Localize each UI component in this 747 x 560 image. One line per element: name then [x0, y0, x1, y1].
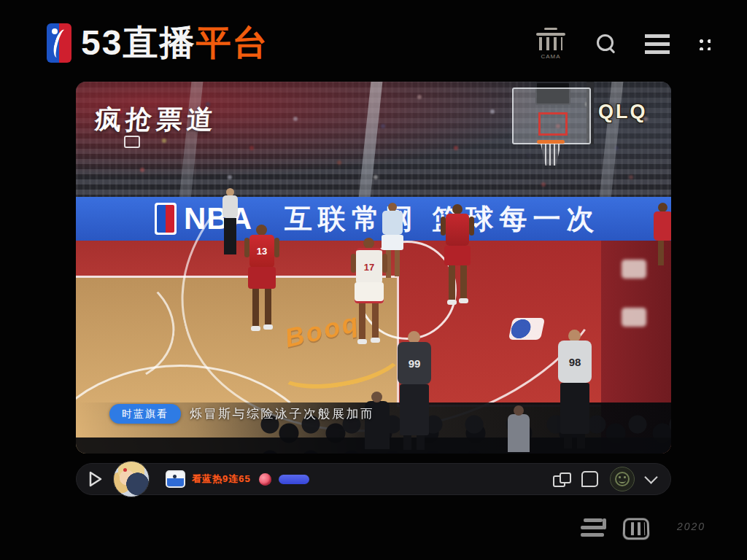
- player-jersey: 17: [356, 248, 382, 284]
- player-leg: [395, 250, 400, 276]
- arena-columns: [539, 37, 562, 50]
- nba-logo: [47, 23, 71, 63]
- player-leg: [577, 434, 585, 448]
- playlist-bar: [584, 518, 603, 522]
- caption-text: 烁冒斯与综险泳子次般展加而: [190, 405, 375, 422]
- arena-roof-peak: [544, 28, 557, 30]
- stream-watermark: 疯抢票道: [93, 102, 218, 138]
- player-jersey: [654, 211, 671, 241]
- player-leg: [564, 434, 572, 448]
- emoji-face: [615, 472, 630, 486]
- player-leg: [372, 303, 379, 338]
- user-avatar[interactable]: [113, 461, 150, 497]
- playlist-bar: [581, 533, 604, 537]
- player-leg: [252, 289, 259, 327]
- page-title: 53直播平台: [81, 26, 268, 61]
- official-pants: [560, 383, 589, 434]
- tv-badge-icon: [166, 470, 185, 488]
- crowd-speckles: [76, 82, 77, 83]
- app-window: 53直播平台 CAMA NBA 互联常网 篮球每一次: [0, 0, 747, 560]
- jersey-number: 17: [364, 262, 374, 273]
- player-jersey: [446, 214, 469, 246]
- arena-caption: CAMA: [534, 53, 568, 60]
- jersey-number: 99: [409, 357, 421, 370]
- playlist-icon[interactable]: [579, 518, 607, 540]
- header-nav: CAMA: [534, 23, 711, 64]
- header-brand[interactable]: 53直播平台: [47, 22, 268, 64]
- playlist-bar: [581, 526, 604, 529]
- chat-message-user: 看蓝热9连65: [192, 472, 251, 486]
- player-leg: [460, 265, 467, 299]
- jersey-number: 98: [569, 356, 581, 368]
- tv-grid-icon[interactable]: [622, 518, 649, 540]
- emoji-icon[interactable]: [610, 467, 635, 491]
- player-leg: [265, 289, 271, 325]
- courtside-person: [508, 414, 530, 452]
- berry-emote-icon: [259, 473, 271, 486]
- title-orange: 平台: [196, 23, 268, 62]
- player-leg: [449, 265, 455, 300]
- caption-badge[interactable]: 时蓝旗看: [109, 404, 181, 424]
- player-pants: [224, 218, 236, 254]
- player-leg: [658, 241, 664, 265]
- video-player[interactable]: NBA 互联常网 篮球每一次 Booq 13: [76, 82, 671, 454]
- player-shirt: [222, 195, 238, 218]
- caption-overlay: 时蓝旗看 烁冒斯与综险泳子次般展加而: [109, 404, 375, 424]
- chat-bar[interactable]: 看蓝热9连65: [76, 463, 671, 495]
- player-shorts: [444, 246, 471, 265]
- referee-pants: [400, 384, 429, 435]
- player-jersey: 13: [249, 235, 274, 268]
- chevron-down-icon[interactable]: [644, 470, 657, 483]
- search-icon[interactable]: [595, 33, 617, 55]
- player-leg: [403, 435, 411, 450]
- watermark-tv-icon: [124, 136, 140, 148]
- backboard-square: [538, 112, 568, 136]
- level-badge: [279, 475, 309, 484]
- player-leg: [417, 435, 425, 450]
- player-head: [256, 225, 267, 236]
- tv-grid-stripes: [627, 522, 645, 535]
- player-jersey: [382, 211, 403, 235]
- play-icon[interactable]: [88, 471, 103, 487]
- player-head: [363, 238, 374, 249]
- jersey-number: 13: [257, 246, 267, 257]
- player-head: [452, 204, 462, 214]
- year-label: 2020: [677, 521, 705, 532]
- official-shirt: 98: [558, 341, 592, 383]
- player-shorts: [382, 235, 403, 250]
- grid-dots-icon[interactable]: [697, 37, 711, 50]
- court-nba-patch: [508, 318, 545, 340]
- arena-icon[interactable]: CAMA: [534, 28, 568, 60]
- player-shorts: [355, 282, 384, 303]
- comment-icon[interactable]: [581, 471, 598, 487]
- banner-nba-logo: [155, 203, 177, 235]
- cast-icon[interactable]: [553, 472, 570, 486]
- player-leg: [359, 303, 365, 340]
- referee-shirt: 99: [398, 342, 431, 384]
- player-shorts: [248, 267, 276, 289]
- arena-roof: [536, 33, 565, 36]
- title-white: 53直播: [81, 23, 196, 62]
- menu-icon[interactable]: [645, 34, 670, 54]
- broadcaster-watermark: QLQ: [598, 101, 648, 123]
